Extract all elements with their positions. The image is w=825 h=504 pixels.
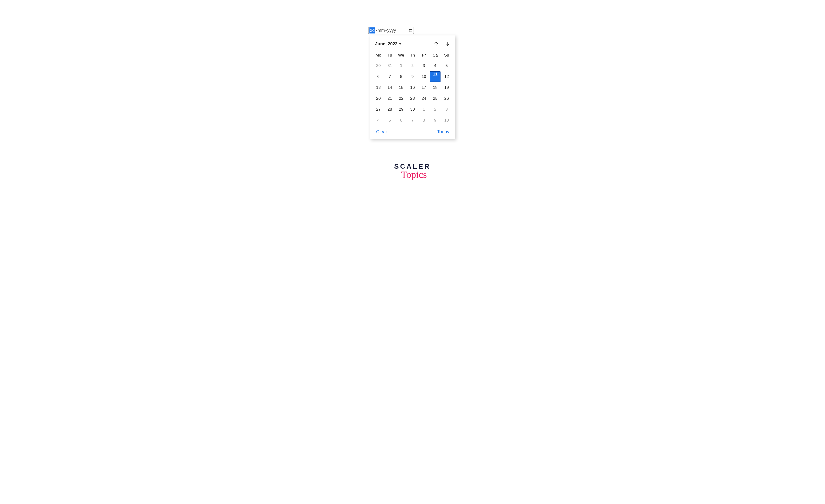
next-month-button[interactable] <box>445 41 450 47</box>
calendar-popup: June, 2022 MoTuWeThFrSaSu 30311234567891… <box>370 35 455 139</box>
logo-line-2: Topics <box>396 169 432 180</box>
day-cell[interactable]: 13 <box>373 82 384 93</box>
day-cell[interactable]: 12 <box>441 71 452 82</box>
day-cell[interactable]: 30 <box>373 60 384 71</box>
day-cell[interactable]: 4 <box>430 60 441 71</box>
date-input-dd[interactable]: dd <box>369 27 375 33</box>
day-cell[interactable]: 18 <box>430 82 441 93</box>
day-cell[interactable]: 24 <box>418 93 430 104</box>
day-cell[interactable]: 16 <box>407 82 418 93</box>
day-cell[interactable]: 26 <box>441 93 452 104</box>
day-of-week-header: Mo <box>373 51 384 60</box>
day-cell[interactable]: 8 <box>418 115 430 126</box>
day-cell[interactable]: 21 <box>384 93 395 104</box>
day-cell[interactable]: 2 <box>407 60 418 71</box>
day-of-week-header: Th <box>407 51 418 60</box>
day-cell[interactable]: 3 <box>441 104 452 115</box>
day-cell[interactable]: 6 <box>395 115 407 126</box>
day-cell[interactable]: 14 <box>384 82 395 93</box>
day-cell[interactable]: 7 <box>407 115 418 126</box>
date-sep-2: - <box>385 28 387 33</box>
day-cell[interactable]: 6 <box>373 71 384 82</box>
day-cell[interactable]: 8 <box>395 71 407 82</box>
day-cell[interactable]: 1 <box>395 60 407 71</box>
day-cell[interactable]: 11 <box>430 71 441 82</box>
day-cell[interactable]: 3 <box>418 60 430 71</box>
day-cell[interactable]: 5 <box>384 115 395 126</box>
chevron-down-icon <box>399 43 401 45</box>
day-cell[interactable]: 7 <box>384 71 395 82</box>
date-input-yyyy[interactable]: yyyy <box>387 28 396 33</box>
month-nav <box>434 41 451 47</box>
day-cell[interactable]: 22 <box>395 93 407 104</box>
day-cell[interactable]: 25 <box>430 93 441 104</box>
day-cell[interactable]: 27 <box>373 104 384 115</box>
calendar-footer: Clear Today <box>373 126 452 136</box>
month-year-label: June, 2022 <box>375 42 397 47</box>
date-sep-1: - <box>375 28 378 33</box>
calendar-icon[interactable] <box>409 28 412 32</box>
day-cell[interactable]: 17 <box>418 82 430 93</box>
day-cell[interactable]: 1 <box>418 104 430 115</box>
day-cell[interactable]: 20 <box>373 93 384 104</box>
date-input-field[interactable]: dd - mm - yyyy <box>368 27 414 34</box>
day-cell[interactable]: 10 <box>441 115 452 126</box>
day-of-week-header: Fr <box>418 51 430 60</box>
day-cell[interactable]: 2 <box>430 104 441 115</box>
day-cell-selected[interactable]: 11 <box>430 71 441 82</box>
day-of-week-header: Tu <box>384 51 395 60</box>
day-of-week-header: We <box>395 51 407 60</box>
day-cell[interactable]: 5 <box>441 60 452 71</box>
day-cell[interactable]: 29 <box>395 104 407 115</box>
prev-month-button[interactable] <box>434 41 439 47</box>
month-year-selector[interactable]: June, 2022 <box>375 42 401 47</box>
day-cell[interactable]: 30 <box>407 104 418 115</box>
day-cell[interactable]: 31 <box>384 60 395 71</box>
canvas: dd - mm - yyyy June, 2022 MoTuWeThFrSaSu <box>243 0 583 208</box>
clear-button[interactable]: Clear <box>376 129 387 134</box>
day-cell[interactable]: 4 <box>373 115 384 126</box>
day-of-week-header: Su <box>441 51 452 60</box>
day-cell[interactable]: 23 <box>407 93 418 104</box>
day-cell[interactable]: 15 <box>395 82 407 93</box>
day-cell[interactable]: 9 <box>430 115 441 126</box>
day-cell[interactable]: 28 <box>384 104 395 115</box>
day-of-week-header: Sa <box>430 51 441 60</box>
calendar-header: June, 2022 <box>373 39 452 51</box>
today-button[interactable]: Today <box>437 129 449 134</box>
day-of-week-row: MoTuWeThFrSaSu <box>373 51 452 60</box>
day-cell[interactable]: 9 <box>407 71 418 82</box>
scaler-topics-logo: SCALER Topics <box>394 162 431 180</box>
day-cell[interactable]: 10 <box>418 71 430 82</box>
svg-rect-1 <box>409 29 412 30</box>
date-input-mm[interactable]: mm <box>378 28 385 33</box>
days-grid: 3031123456789101112131415161718192021222… <box>373 60 452 126</box>
day-cell[interactable]: 19 <box>441 82 452 93</box>
